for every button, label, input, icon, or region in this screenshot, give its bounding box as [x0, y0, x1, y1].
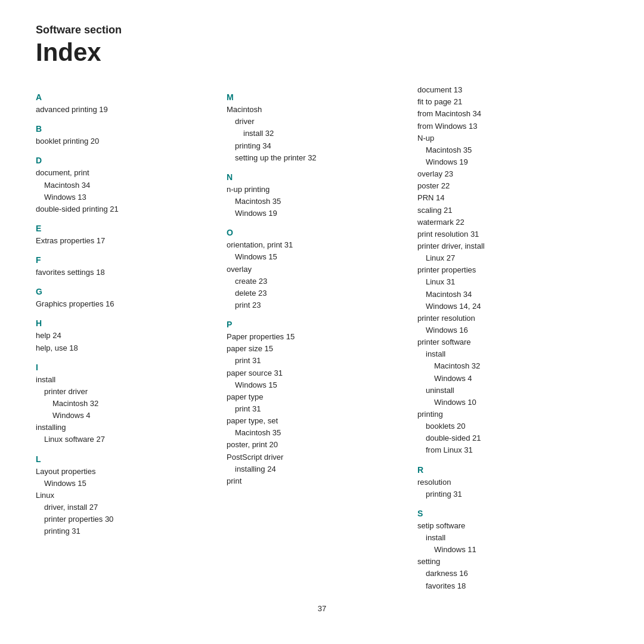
index-entry: Linux 27 [417, 252, 596, 264]
index-entry: Windows 4 [36, 410, 215, 422]
index-entry: Windows 14, 24 [417, 301, 596, 312]
index-entry: overlay [227, 264, 405, 275]
index-entry: from Windows 13 [417, 120, 596, 132]
letter-heading-a: A [36, 92, 215, 102]
index-entry: Extras properties 17 [36, 235, 215, 247]
index-entry: Windows 13 [36, 191, 215, 203]
index-entry: Windows 10 [417, 397, 596, 408]
index-entry: booklets 20 [417, 420, 596, 432]
letter-heading-s: S [417, 509, 596, 518]
index-entry: document 13 [417, 84, 596, 96]
index-entry: help, use 18 [36, 342, 215, 354]
index-entry: overlay 23 [417, 168, 596, 180]
index-entry: printing 31 [36, 525, 215, 537]
index-entry: favorites settings 18 [36, 267, 215, 278]
index-entry: Windows 15 [36, 478, 215, 490]
index-entry: fit to page 21 [417, 96, 596, 108]
index-entry: print 23 [227, 299, 405, 311]
index-entry: double-sided printing 21 [36, 203, 215, 215]
index-entry: document, print [36, 167, 215, 179]
letter-heading-h: H [36, 318, 215, 328]
index-entry: printer software [417, 336, 596, 348]
index-entry: install [36, 374, 215, 386]
index-entry: booklet printing 20 [36, 135, 215, 147]
column-2: document 13fit to page 21from Macintosh … [417, 84, 608, 592]
index-columns: Aadvanced printing 19Bbooklet printing 2… [36, 84, 608, 592]
index-entry: PostScript driver [227, 451, 405, 463]
index-entry: driver [227, 116, 405, 128]
page-number: 37 [36, 604, 608, 613]
index-entry: Macintosh 34 [417, 289, 596, 301]
index-entry: print [227, 475, 405, 487]
index-entry: Layout properties [36, 466, 215, 478]
index-entry: Linux software 27 [36, 434, 215, 445]
index-entry: poster 22 [417, 180, 596, 192]
subtitle: Software section [36, 24, 608, 36]
index-entry: from Linux 31 [417, 444, 596, 456]
index-entry: Windows 15 [227, 379, 405, 391]
letter-heading-f: F [36, 255, 215, 265]
index-entry: Windows 16 [417, 324, 596, 336]
header: Software section Index [36, 24, 608, 66]
index-entry: Macintosh 35 [417, 144, 596, 156]
index-entry: n-up printing [227, 184, 405, 196]
index-entry: paper source 31 [227, 367, 405, 379]
index-entry: setip software [417, 520, 596, 532]
index-entry: paper type [227, 391, 405, 403]
page-title: Index [36, 39, 608, 66]
index-entry: Windows 19 [417, 156, 596, 168]
index-entry: resolution [417, 476, 596, 488]
index-entry: install [417, 348, 596, 360]
index-entry: installing [36, 422, 215, 434]
index-entry: Windows 4 [417, 373, 596, 385]
index-entry: Graphics properties 16 [36, 298, 215, 310]
index-entry: Macintosh [227, 104, 405, 116]
column-1: MMacintoshdriverinstall 32printing 34set… [227, 84, 417, 592]
index-entry: install [417, 532, 596, 544]
index-entry: help 24 [36, 330, 215, 342]
letter-heading-e: E [36, 224, 215, 233]
index-entry: PRN 14 [417, 192, 596, 204]
index-entry: print 31 [227, 355, 405, 367]
letter-heading-o: O [227, 228, 405, 237]
index-entry: print 31 [227, 403, 405, 415]
index-entry: printing 34 [227, 140, 405, 152]
index-entry: printing [417, 408, 596, 420]
index-entry: paper size 15 [227, 343, 405, 355]
letter-heading-m: M [227, 92, 405, 102]
letter-heading-l: L [36, 454, 215, 464]
index-entry: Macintosh 35 [227, 196, 405, 208]
letter-heading-n: N [227, 172, 405, 182]
index-entry: printer properties 30 [36, 513, 215, 525]
index-entry: advanced printing 19 [36, 104, 215, 116]
index-entry: install 32 [227, 128, 405, 140]
index-entry: uninstall [417, 385, 596, 397]
letter-heading-d: D [36, 156, 215, 165]
index-entry: darkness 16 [417, 568, 596, 580]
index-entry: printer driver [36, 386, 215, 398]
index-entry: favorites 18 [417, 580, 596, 592]
index-entry: installing 24 [227, 463, 405, 475]
index-entry: setting up the printer 32 [227, 152, 405, 164]
index-entry: print resolution 31 [417, 228, 596, 240]
letter-heading-g: G [36, 287, 215, 296]
index-entry: Linux [36, 490, 215, 501]
index-entry: delete 23 [227, 287, 405, 299]
letter-heading-r: R [417, 465, 596, 475]
index-entry: Linux 31 [417, 276, 596, 288]
index-entry: double-sided 21 [417, 432, 596, 444]
index-entry: from Macintosh 34 [417, 108, 596, 120]
index-entry: printer driver, install [417, 240, 596, 252]
index-entry: Macintosh 35 [227, 427, 405, 439]
index-entry: create 23 [227, 275, 405, 287]
index-entry: printer resolution [417, 312, 596, 324]
index-entry: Windows 11 [417, 544, 596, 556]
index-entry: scaling 21 [417, 205, 596, 216]
index-entry: Macintosh 32 [417, 360, 596, 372]
index-entry: printer properties [417, 264, 596, 276]
index-entry: Windows 19 [227, 208, 405, 219]
index-entry: Macintosh 32 [36, 398, 215, 410]
index-entry: printing 31 [417, 488, 596, 500]
index-entry: orientation, print 31 [227, 239, 405, 251]
index-entry: Paper properties 15 [227, 331, 405, 343]
